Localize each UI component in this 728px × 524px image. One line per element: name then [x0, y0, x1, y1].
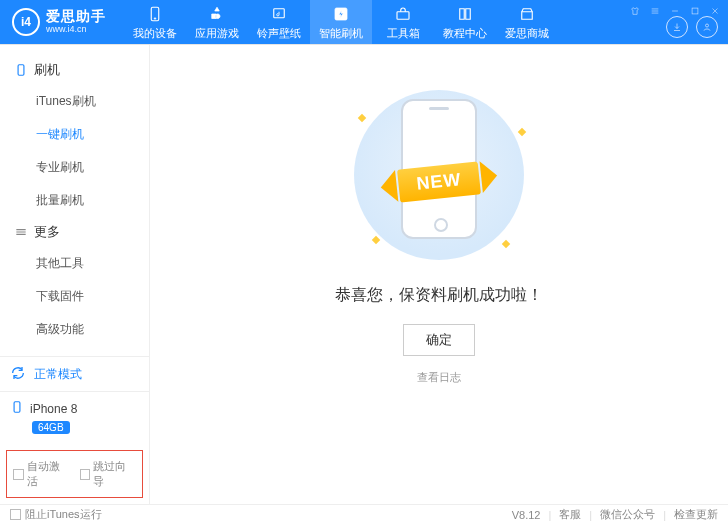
svg-point-1: [154, 17, 156, 19]
phone-icon: [14, 63, 28, 77]
nav-label: 铃声壁纸: [257, 26, 301, 41]
app-title: 爱思助手: [46, 9, 106, 24]
highlighted-checkbox-group: 自动激活 跳过向导: [6, 450, 143, 498]
download-icon[interactable]: [666, 16, 688, 38]
nav-my-device[interactable]: 我的设备: [124, 0, 186, 44]
top-nav: 我的设备 应用游戏 铃声壁纸 智能刷机 工具箱 教程中心 爱思商城: [124, 0, 558, 44]
svg-rect-7: [18, 65, 24, 76]
logo-badge: i4: [12, 8, 40, 36]
success-message: 恭喜您，保资料刷机成功啦！: [335, 285, 543, 306]
apps-icon: [207, 4, 227, 24]
sidebar-item-advanced[interactable]: 高级功能: [0, 313, 149, 346]
nav-apps[interactable]: 应用游戏: [186, 0, 248, 44]
footer-link-update[interactable]: 检查更新: [674, 507, 718, 522]
nav-label: 应用游戏: [195, 26, 239, 41]
sidebar-item-oneclick-flash[interactable]: 一键刷机: [0, 118, 149, 151]
nav-flash[interactable]: 智能刷机: [310, 0, 372, 44]
checkbox-auto-activate[interactable]: 自动激活: [13, 459, 70, 489]
checkbox-skip-guide[interactable]: 跳过向导: [80, 459, 137, 489]
header: i4 爱思助手 www.i4.cn 我的设备 应用游戏 铃声壁纸 智能刷机 工具…: [0, 0, 728, 44]
body: 刷机 iTunes刷机 一键刷机 专业刷机 批量刷机 更多 其他工具 下载固件 …: [0, 44, 728, 504]
device-name: iPhone 8: [30, 402, 77, 416]
confirm-button[interactable]: 确定: [403, 324, 475, 356]
skin-icon[interactable]: [628, 4, 642, 18]
nav-label: 教程中心: [443, 26, 487, 41]
sidebar-group-flash: 刷机: [0, 55, 149, 85]
footer-link-support[interactable]: 客服: [559, 507, 581, 522]
toolbox-icon: [393, 4, 413, 24]
device-panel[interactable]: iPhone 8 64GB: [0, 391, 149, 444]
version-label: V8.12: [512, 509, 541, 521]
more-icon: [14, 225, 28, 239]
phone-icon: [145, 4, 165, 24]
sidebar-item-other-tools[interactable]: 其他工具: [0, 247, 149, 280]
main-content: NEW 恭喜您，保资料刷机成功啦！ 确定 查看日志: [150, 45, 728, 504]
sidebar-group-more: 更多: [0, 217, 149, 247]
group-label: 更多: [34, 223, 60, 241]
nav-label: 爱思商城: [505, 26, 549, 41]
nav-ringtone[interactable]: 铃声壁纸: [248, 0, 310, 44]
logo[interactable]: i4 爱思助手 www.i4.cn: [12, 8, 106, 36]
menu-icon[interactable]: [648, 4, 662, 18]
mode-label: 正常模式: [34, 366, 82, 383]
checkbox-block-itunes[interactable]: 阻止iTunes运行: [10, 507, 102, 522]
book-icon: [455, 4, 475, 24]
footer-link-wechat[interactable]: 微信公众号: [600, 507, 655, 522]
svg-point-6: [706, 24, 709, 27]
sidebar: 刷机 iTunes刷机 一键刷机 专业刷机 批量刷机 更多 其他工具 下载固件 …: [0, 45, 150, 504]
music-icon: [269, 4, 289, 24]
nav-tutorial[interactable]: 教程中心: [434, 0, 496, 44]
sidebar-item-pro-flash[interactable]: 专业刷机: [0, 151, 149, 184]
success-illustration: NEW: [329, 85, 549, 265]
phone-icon: [10, 400, 24, 417]
nav-toolbox[interactable]: 工具箱: [372, 0, 434, 44]
sidebar-item-itunes-flash[interactable]: iTunes刷机: [0, 85, 149, 118]
sidebar-item-download-firmware[interactable]: 下载固件: [0, 280, 149, 313]
nav-store[interactable]: 爱思商城: [496, 0, 558, 44]
storage-badge: 64GB: [32, 421, 70, 434]
view-log-link[interactable]: 查看日志: [417, 370, 461, 385]
logo-text: 爱思助手 www.i4.cn: [46, 9, 106, 34]
group-label: 刷机: [34, 61, 60, 79]
flash-icon: [331, 4, 351, 24]
sidebar-item-batch-flash[interactable]: 批量刷机: [0, 184, 149, 217]
footer: 阻止iTunes运行 V8.12 | 客服 | 微信公众号 | 检查更新: [0, 504, 728, 524]
nav-label: 我的设备: [133, 26, 177, 41]
svg-rect-4: [397, 11, 409, 19]
refresh-icon: [10, 365, 28, 383]
svg-rect-5: [692, 8, 698, 14]
user-icon[interactable]: [696, 16, 718, 38]
svg-rect-8: [14, 402, 20, 413]
app-url: www.i4.cn: [46, 25, 106, 35]
device-mode-status[interactable]: 正常模式: [0, 356, 149, 391]
nav-label: 智能刷机: [319, 26, 363, 41]
store-icon: [517, 4, 537, 24]
header-right-icons: [666, 16, 718, 38]
nav-label: 工具箱: [387, 26, 420, 41]
